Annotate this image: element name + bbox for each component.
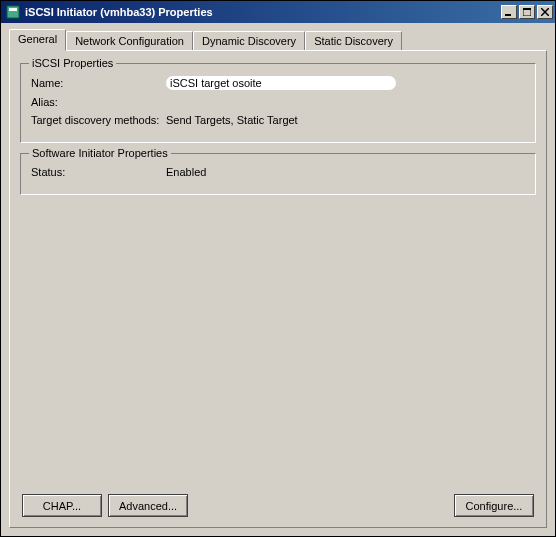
title-bar: iSCSI Initiator (vmhba33) Properties [1,1,555,23]
svg-rect-0 [7,6,19,18]
alias-row: Alias: [31,96,525,108]
name-value: iSCSI target osoite [166,76,396,90]
advanced-button[interactable]: Advanced... [108,494,188,517]
chap-button[interactable]: CHAP... [22,494,102,517]
window-controls [499,5,553,19]
status-label: Status: [31,166,166,178]
iscsi-properties-group: iSCSI Properties Name: iSCSI target osoi… [20,63,536,143]
maximize-button[interactable] [519,5,535,19]
button-spacer [194,494,448,517]
discovery-row: Target discovery methods: Send Targets, … [31,114,525,126]
name-label: Name: [31,77,166,89]
spacer [20,205,536,494]
svg-rect-2 [505,14,511,16]
minimize-button[interactable] [501,5,517,19]
tab-panel-general: iSCSI Properties Name: iSCSI target osoi… [9,50,547,528]
window-content: General Network Configuration Dynamic Di… [1,23,555,536]
button-row: CHAP... Advanced... Configure... [20,494,536,517]
svg-rect-4 [523,8,531,10]
discovery-label: Target discovery methods: [31,114,166,126]
status-value: Enabled [166,166,525,178]
properties-window: iSCSI Initiator (vmhba33) Properties Gen… [0,0,556,537]
software-initiator-legend: Software Initiator Properties [29,147,171,159]
discovery-value: Send Targets, Static Target [166,114,525,126]
tab-dynamic-discovery[interactable]: Dynamic Discovery [193,31,305,50]
iscsi-properties-legend: iSCSI Properties [29,57,116,69]
app-icon [5,4,21,20]
svg-rect-1 [9,8,17,11]
alias-label: Alias: [31,96,166,108]
name-row: Name: iSCSI target osoite [31,76,525,90]
window-title: iSCSI Initiator (vmhba33) Properties [25,6,499,18]
tab-general[interactable]: General [9,29,66,51]
status-row: Status: Enabled [31,166,525,178]
configure-button[interactable]: Configure... [454,494,534,517]
close-button[interactable] [537,5,553,19]
tab-network-configuration[interactable]: Network Configuration [66,31,193,50]
tab-strip: General Network Configuration Dynamic Di… [9,29,547,50]
tab-static-discovery[interactable]: Static Discovery [305,31,402,50]
software-initiator-group: Software Initiator Properties Status: En… [20,153,536,195]
